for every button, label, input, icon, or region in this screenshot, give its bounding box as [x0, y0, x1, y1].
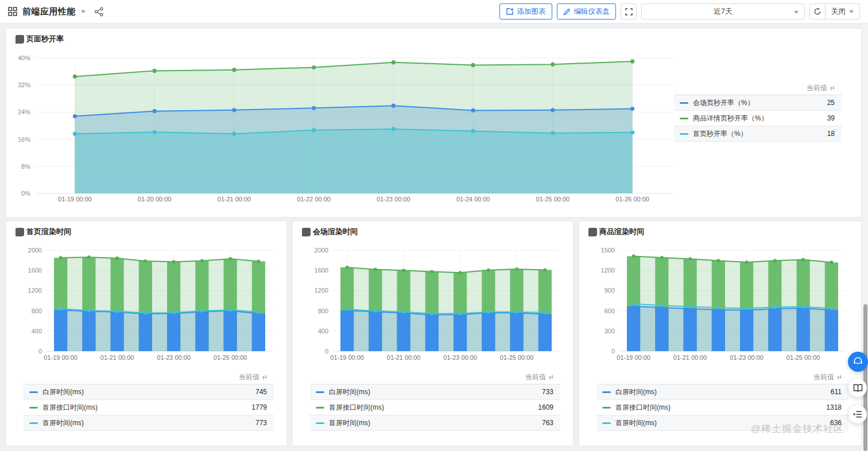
legend-sort-header[interactable]: 当前值: [310, 371, 560, 384]
legend-item[interactable]: 首屏接口时间(ms)1779: [24, 400, 274, 415]
svg-text:1200: 1200: [315, 287, 328, 294]
svg-text:2000: 2000: [315, 247, 328, 254]
svg-text:32%: 32%: [18, 81, 30, 88]
series-color-dash: [602, 391, 611, 393]
svg-text:0%: 0%: [21, 190, 30, 197]
svg-text:2000: 2000: [28, 247, 42, 254]
share-icon[interactable]: [94, 7, 104, 17]
svg-text:600: 600: [604, 308, 615, 314]
legend-sort-header[interactable]: 当前值: [596, 371, 848, 384]
legend-item[interactable]: 白屏时间(ms)733: [310, 384, 560, 400]
svg-text:1200: 1200: [601, 267, 615, 274]
svg-text:400: 400: [32, 328, 42, 335]
legend-item[interactable]: 白屏时间(ms)745: [24, 384, 274, 400]
chart-type-icon: [16, 228, 24, 236]
svg-text:24%: 24%: [18, 108, 30, 115]
fullscreen-button[interactable]: [621, 3, 637, 20]
svg-text:16%: 16%: [18, 136, 30, 143]
headset-icon: [852, 356, 863, 367]
series-current-value: 1609: [538, 403, 553, 411]
goods-render-time-chart[interactable]: 03006009001200150001-19 00:0001-21 00:00…: [586, 243, 854, 365]
chart-title: 首页渲染时间: [26, 227, 71, 237]
chart-type-icon: [16, 35, 24, 44]
svg-text:01-19 00:00: 01-19 00:00: [617, 354, 650, 361]
series-current-value: 25: [827, 99, 835, 107]
legend-item[interactable]: 首屏时间(ms)763: [310, 415, 560, 431]
current-value-label: 当前值: [239, 372, 259, 382]
svg-text:01-21 00:00: 01-21 00:00: [673, 354, 707, 361]
series-color-dash: [316, 391, 324, 393]
legend-item[interactable]: 首屏时间(ms)773: [24, 415, 274, 431]
legend-item[interactable]: 首屏时间(ms)636: [596, 415, 848, 431]
svg-text:0: 0: [38, 348, 42, 355]
series-color-dash: [316, 407, 324, 409]
series-current-value: 763: [542, 419, 553, 427]
legend-goods-render-time: 当前值白屏时间(ms)611首屏接口时间(ms)1318首屏时间(ms)636: [596, 371, 848, 431]
legend-sort-header[interactable]: 当前值: [674, 81, 842, 95]
panel-home-render-time: 首页渲染时间 040080012001600200001-19 00:0001-…: [6, 221, 287, 446]
legend-item[interactable]: 商品详情页秒开率（%）39: [674, 111, 842, 126]
svg-text:01-26 00:00: 01-26 00:00: [615, 196, 649, 203]
svg-text:1500: 1500: [601, 247, 615, 254]
fullscreen-icon: [625, 8, 633, 15]
series-current-value: 733: [542, 388, 553, 396]
edit-dashboard-button[interactable]: 编辑仪表盘: [557, 3, 617, 20]
legend-item[interactable]: 首页秒开率（%）18: [674, 126, 842, 142]
series-name: 首屏时间(ms): [42, 418, 255, 428]
sort-icon: [830, 85, 835, 91]
series-name: 商品详情页秒开率（%）: [693, 114, 827, 123]
docs-book-button[interactable]: [848, 379, 867, 397]
title-dropdown-caret-icon[interactable]: [81, 10, 86, 13]
sort-icon: [262, 374, 267, 380]
pencil-icon: [563, 8, 571, 15]
time-range-caret-icon: [794, 11, 799, 14]
current-value-label: 当前值: [807, 83, 827, 93]
svg-text:01-25 00:00: 01-25 00:00: [536, 196, 570, 203]
svg-text:1600: 1600: [315, 267, 328, 274]
add-chart-button[interactable]: 添加图表: [499, 3, 552, 20]
chart-title: 会场渲染时间: [313, 227, 358, 237]
series-color-dash: [680, 102, 688, 104]
time-range-value: 近7天: [714, 7, 733, 17]
svg-text:01-23 00:00: 01-23 00:00: [377, 196, 410, 203]
svg-text:800: 800: [318, 308, 328, 314]
svg-text:01-25 00:00: 01-25 00:00: [214, 354, 247, 361]
legend-item[interactable]: 白屏时间(ms)611: [596, 384, 848, 400]
home-render-time-chart[interactable]: 040080012001600200001-19 00:0001-21 00:0…: [13, 243, 281, 365]
venue-render-time-chart[interactable]: 040080012001600200001-19 00:0001-21 00:0…: [300, 243, 567, 365]
chart-type-icon: [588, 228, 597, 236]
close-button[interactable]: 关闭: [825, 3, 860, 20]
svg-text:800: 800: [32, 308, 42, 314]
current-value-label: 当前值: [525, 372, 546, 382]
series-current-value: 1779: [251, 403, 267, 411]
add-chart-label: 添加图表: [517, 7, 546, 17]
series-name: 白屏时间(ms): [329, 387, 542, 397]
legend-item[interactable]: 首屏接口时间(ms)1318: [596, 400, 848, 415]
legend-item[interactable]: 首屏接口时间(ms)1609: [310, 400, 560, 415]
customer-service-button[interactable]: [848, 352, 868, 372]
refresh-button[interactable]: [809, 3, 826, 20]
series-color-dash: [602, 407, 611, 409]
legend-item[interactable]: 会场页秒开率（%）25: [674, 95, 842, 111]
series-name: 首屏时间(ms): [329, 418, 542, 428]
svg-text:900: 900: [604, 287, 615, 294]
svg-text:01-23 00:00: 01-23 00:00: [730, 354, 764, 361]
chart-title: 商品渲染时间: [599, 227, 644, 237]
catalog-list-button[interactable]: [848, 405, 867, 423]
time-range-select[interactable]: 近7天: [641, 3, 805, 20]
legend-sort-header[interactable]: 当前值: [24, 371, 274, 384]
series-name: 首页秒开率（%）: [693, 129, 827, 139]
svg-text:01-21 00:00: 01-21 00:00: [387, 354, 421, 361]
series-name: 首屏接口时间(ms): [329, 403, 538, 413]
svg-text:01-23 00:00: 01-23 00:00: [157, 354, 191, 361]
series-name: 白屏时间(ms): [615, 387, 831, 397]
page-open-rate-chart[interactable]: 0%8%16%24%32%40%01-19 00:0001-20 00:0001…: [17, 50, 677, 207]
series-name: 白屏时间(ms): [42, 387, 255, 397]
svg-text:01-19 00:00: 01-19 00:00: [58, 196, 92, 203]
svg-text:01-25 00:00: 01-25 00:00: [500, 354, 534, 361]
chart-title: 页面秒开率: [26, 34, 64, 44]
page-scrollbar-thumb[interactable]: [863, 304, 867, 451]
series-color-dash: [316, 422, 324, 424]
svg-text:0: 0: [325, 348, 328, 355]
series-color-dash: [680, 118, 688, 119]
